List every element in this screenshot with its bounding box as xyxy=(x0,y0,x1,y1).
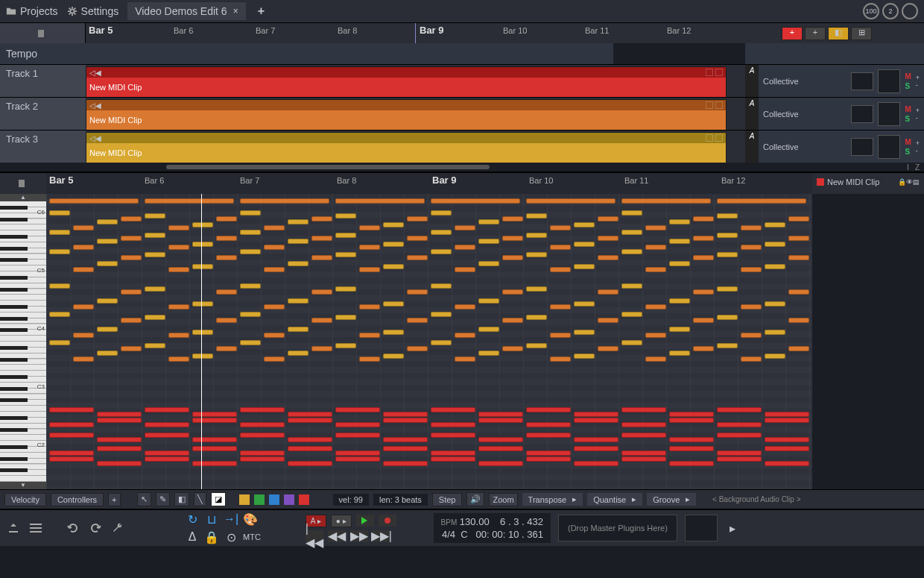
midi-note[interactable] xyxy=(168,333,189,338)
midi-note[interactable] xyxy=(311,216,332,222)
midi-note[interactable] xyxy=(717,233,738,238)
midi-note[interactable] xyxy=(431,198,520,204)
midi-note[interactable] xyxy=(765,222,785,227)
midi-note[interactable] xyxy=(192,437,237,442)
playhead[interactable] xyxy=(415,23,416,43)
midi-note[interactable] xyxy=(311,346,332,351)
scroll-down-button[interactable]: ▼ xyxy=(0,482,46,489)
midi-note[interactable] xyxy=(502,289,523,295)
midi-note[interactable] xyxy=(669,437,714,442)
key-value[interactable]: C xyxy=(461,529,467,540)
wrench-icon[interactable] xyxy=(110,521,125,535)
midi-note[interactable] xyxy=(145,252,165,257)
midi-note[interactable] xyxy=(311,289,332,295)
midi-note[interactable] xyxy=(264,245,285,250)
midi-note[interactable] xyxy=(621,433,666,438)
add-lane-button[interactable]: + xyxy=(108,493,120,506)
length-value[interactable]: len: 3 beats xyxy=(373,494,428,506)
midi-note[interactable] xyxy=(621,450,666,456)
midi-note[interactable] xyxy=(359,356,380,362)
timeline-options-button[interactable] xyxy=(0,23,86,43)
track-lane[interactable]: ◁◀ New MIDI Clip xyxy=(86,65,745,97)
midi-note[interactable] xyxy=(478,351,499,356)
midi-note[interactable] xyxy=(621,249,642,254)
line-tool[interactable]: ╲ xyxy=(194,492,206,506)
midi-note[interactable] xyxy=(693,346,714,351)
midi-note[interactable] xyxy=(335,315,356,320)
midi-note[interactable] xyxy=(693,216,714,222)
midi-note[interactable] xyxy=(526,286,547,292)
midi-note[interactable] xyxy=(431,456,475,462)
midi-note[interactable] xyxy=(335,343,356,348)
midi-note[interactable] xyxy=(240,283,261,289)
color-picker[interactable] xyxy=(269,494,279,505)
midi-note[interactable] xyxy=(168,356,189,362)
midi-note[interactable] xyxy=(121,289,142,295)
midi-note[interactable] xyxy=(73,245,94,250)
clip-tool-icon[interactable] xyxy=(715,134,723,142)
midi-note[interactable] xyxy=(669,461,714,466)
velocity-value[interactable]: vel: 99 xyxy=(333,494,369,506)
eraser-tool[interactable]: ◧ xyxy=(174,492,189,506)
master-plugins-drop[interactable]: (Drop Master Plugins Here) xyxy=(558,515,677,541)
midi-note[interactable] xyxy=(788,318,809,323)
midi-options-button[interactable] xyxy=(0,173,46,194)
midi-note[interactable] xyxy=(574,264,595,269)
midi-note[interactable] xyxy=(574,222,595,227)
midi-note[interactable] xyxy=(621,407,666,412)
midi-note[interactable] xyxy=(145,213,165,219)
midi-note[interactable] xyxy=(383,330,404,335)
midi-note[interactable] xyxy=(97,351,118,356)
expand-icon[interactable]: +- xyxy=(916,139,920,154)
midi-note[interactable] xyxy=(97,418,142,423)
midi-note[interactable] xyxy=(765,354,785,359)
midi-note[interactable] xyxy=(788,255,809,260)
tempo-track[interactable] xyxy=(86,43,745,64)
projects-menu[interactable]: Projects xyxy=(6,5,58,17)
cpu-meter[interactable]: 100 xyxy=(863,3,879,19)
midi-note[interactable] xyxy=(168,225,189,230)
paint-tool[interactable]: ◪ xyxy=(211,492,226,506)
midi-note[interactable] xyxy=(717,407,762,412)
midi-note[interactable] xyxy=(335,422,380,427)
midi-note[interactable] xyxy=(765,330,785,335)
midi-note[interactable] xyxy=(335,233,356,238)
midi-note[interactable] xyxy=(240,456,285,462)
midi-note[interactable] xyxy=(240,422,285,427)
midi-note[interactable] xyxy=(574,412,618,417)
midi-note[interactable] xyxy=(240,450,285,456)
play-button[interactable] xyxy=(356,515,374,527)
lock-icon[interactable]: 🔒👁▤ xyxy=(898,178,920,186)
midi-note[interactable] xyxy=(455,356,475,362)
midi-ruler[interactable]: Bar 5 Bar 6 Bar 7 Bar 8 Bar 9 Bar 10 Bar… xyxy=(46,173,812,194)
midi-note[interactable] xyxy=(383,446,428,451)
midi-note[interactable] xyxy=(669,446,714,451)
midi-note[interactable] xyxy=(574,446,618,451)
midi-note[interactable] xyxy=(49,422,94,427)
midi-note[interactable] xyxy=(121,236,142,241)
midi-note[interactable] xyxy=(574,301,595,307)
midi-note[interactable] xyxy=(192,446,237,451)
midi-note[interactable] xyxy=(407,236,428,241)
midi-note[interactable] xyxy=(431,450,475,456)
midi-note[interactable] xyxy=(478,418,523,423)
midi-note[interactable] xyxy=(335,450,380,456)
midi-note[interactable] xyxy=(145,456,189,462)
midi-note[interactable] xyxy=(335,407,380,412)
midi-note[interactable] xyxy=(431,433,475,438)
instrument-name[interactable]: Collective xyxy=(763,142,847,151)
clip-list-item[interactable]: New MIDI Clip🔒👁▤ xyxy=(814,175,923,189)
redo-button[interactable] xyxy=(88,521,103,535)
midi-note[interactable] xyxy=(478,446,523,451)
lock-icon[interactable]: 🔒 xyxy=(204,530,219,544)
midi-note[interactable] xyxy=(288,461,332,466)
midi-note[interactable] xyxy=(335,198,425,204)
midi-clip[interactable]: ◁◀ New MIDI Clip xyxy=(86,132,727,162)
bpm-value[interactable]: 130.00 xyxy=(460,516,490,527)
midi-note[interactable] xyxy=(49,230,70,235)
activity-meter[interactable] xyxy=(902,3,918,19)
scroll-up-button[interactable]: ▲ xyxy=(0,194,46,201)
mtc-label[interactable]: MTC xyxy=(243,533,261,541)
midi-note[interactable] xyxy=(168,245,189,250)
zoom-btn[interactable]: I xyxy=(907,163,909,172)
